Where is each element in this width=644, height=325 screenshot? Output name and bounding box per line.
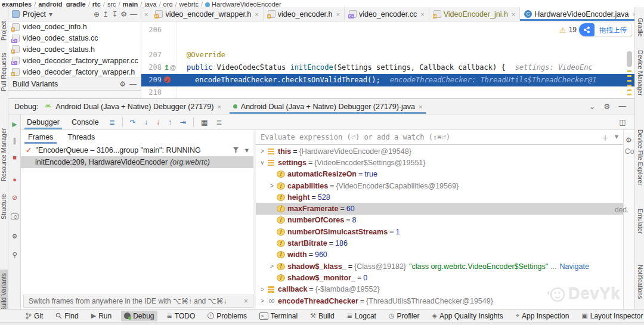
gear-icon[interactable]: ⚙: [603, 102, 610, 111]
add-watch-icon[interactable]: ＋: [602, 132, 609, 143]
tab-console[interactable]: Console: [66, 114, 105, 129]
share-upload-icon[interactable]: [579, 23, 595, 36]
force-step-into-button[interactable]: ↓: [156, 118, 160, 126]
toolwindow-run[interactable]: ▶Run: [88, 311, 114, 321]
close-icon[interactable]: ×: [512, 11, 515, 18]
step-out-button[interactable]: ↑: [168, 118, 172, 126]
upload-widget[interactable]: 拖拽上传: [579, 23, 631, 36]
breadcrumb-seg[interactable]: java: [144, 1, 156, 7]
sidebar-item-device-manager[interactable]: Device Manager: [636, 50, 644, 104]
locate-icon[interactable]: ⊕: [94, 10, 100, 18]
breadcrumb-seg[interactable]: examples: [2, 1, 32, 7]
breadcrumb-seg[interactable]: org: [163, 1, 173, 7]
breadcrumb-seg[interactable]: webrtc: [179, 1, 199, 7]
list-item[interactable]: Hvideo_decoder_factory_wrapper.h: [8, 66, 141, 78]
close-icon[interactable]: ×: [420, 11, 424, 18]
breadcrumb-seg[interactable]: main: [123, 1, 138, 7]
sidebar-item-device-file-explorer[interactable]: Device File Explorer: [636, 129, 644, 202]
debug-session-tab-native[interactable]: Android Dual (Java + Native) Debugger (2…: [38, 99, 227, 114]
toolwindow-debug[interactable]: Debug: [121, 311, 157, 321]
hide-panel-icon[interactable]: —: [129, 80, 137, 88]
stop-button[interactable]: ■: [8, 154, 21, 161]
chevron-down-icon[interactable]: ▾: [615, 132, 618, 143]
step-into-button[interactable]: ↓: [144, 118, 148, 126]
resume-button[interactable]: ▶: [8, 120, 21, 128]
tab-video-encoder-cc[interactable]: C+video_encoder.cc×: [345, 7, 429, 21]
view-breakpoints-button[interactable]: ●: [8, 176, 21, 183]
variable-row-shadow-klass[interactable]: >fshadow$_klass_={Class@19182}"class org…: [256, 261, 623, 272]
thread-selector[interactable]: ✓ "EncoderQueue – 3106...group "main": R…: [21, 144, 253, 156]
run-to-cursor-button[interactable]: ⇥: [180, 118, 186, 126]
stack-frame-row[interactable]: initEncode:209, HardwareVideoEncoder(org…: [21, 156, 253, 168]
breadcrumb-seg[interactable]: src: [107, 1, 116, 7]
close-icon[interactable]: ×: [255, 11, 258, 18]
breadcrumb-seg[interactable]: rtc: [92, 1, 101, 7]
list-item[interactable]: C+video_codec_status.cc: [8, 33, 141, 44]
mute-renderers-icon[interactable]: ≣: [216, 118, 222, 126]
toolwindow-problems[interactable]: !Problems: [205, 311, 250, 321]
sidebar-item-gradle[interactable]: Gradle: [636, 18, 644, 45]
project-panel-title[interactable]: Project: [23, 10, 46, 18]
upload-label[interactable]: 拖拽上传: [595, 25, 631, 35]
tab-debugger[interactable]: Debugger: [21, 114, 66, 129]
toolwindow-git[interactable]: Git: [23, 311, 46, 321]
sidebar-item-pull-requests[interactable]: Pull Requests: [0, 49, 8, 95]
variable-row-capabilities[interactable]: >fcapabilities={VideoEncoder$Capabilitie…: [256, 180, 623, 191]
close-icon[interactable]: ×: [336, 11, 339, 18]
sidebar-item-resource-manager[interactable]: Resource Manager: [0, 123, 8, 185]
evaluate-expression-button[interactable]: ▦: [201, 118, 208, 126]
variable-row-startBitrate[interactable]: fstartBitrate=186: [256, 237, 623, 249]
toolwindow-profiler[interactable]: ◷Profiler: [386, 311, 423, 321]
tab-videoencoder-jni-h[interactable]: HVideoEncoder_jni.h×: [429, 7, 521, 21]
sidebar-item-emulator[interactable]: Emulator: [636, 209, 644, 244]
evaluate-expression-bar[interactable]: Evaluate expression (⏎) or add a watch (…: [256, 130, 623, 145]
sidebar-item-notifications[interactable]: Notifications: [636, 265, 644, 315]
hide-panel-icon[interactable]: —: [619, 102, 627, 111]
pause-button[interactable]: ∥: [8, 137, 21, 145]
sidebar-item-build-variants[interactable]: Build Variants: [0, 270, 8, 315]
variable-row-automaticResizeOn[interactable]: fautomaticResizeOn=true: [256, 169, 623, 180]
step-over-button[interactable]: ↷: [130, 118, 136, 126]
layout-options-icon[interactable]: ≣: [109, 118, 115, 126]
list-item[interactable]: Hvideo_codec_info.h: [8, 21, 141, 33]
tab-video-encoder-wrapper-h[interactable]: Hvideo_encoder_wrapper.h×: [151, 7, 263, 21]
close-icon[interactable]: ×: [419, 103, 422, 110]
thread-dump-camera-button[interactable]: [8, 213, 21, 221]
overrides-gutter-icon[interactable]: ↥: [164, 64, 169, 71]
collapse-all-icon[interactable]: ↧: [112, 10, 117, 18]
tab-hardwarevideoencoder-java[interactable]: CHardwareVideoEncoder.java×: [520, 7, 634, 21]
close-icon[interactable]: ×: [244, 297, 248, 305]
hide-panel-icon[interactable]: —: [130, 10, 137, 18]
editor-scrollbar[interactable]: [627, 51, 632, 67]
layout-settings-icon[interactable]: ◫: [619, 117, 626, 126]
toolwindow-app-quality-insights[interactable]: ◈App Quality Insights: [429, 311, 506, 321]
tab-video-encoder-h[interactable]: Hvideo_encoder.h×: [264, 7, 345, 21]
variable-row-numberOfSimulcastStreams[interactable]: fnumberOfSimulcastStreams=1: [256, 226, 623, 237]
breadcrumb-seg[interactable]: HardwareVideoEncoder: [212, 1, 281, 7]
toolwindow-app-inspection[interactable]: ⌖App Inspection: [513, 311, 572, 321]
debug-session-tab-java[interactable]: Android Dual (Java + Native) Debugger (2…: [227, 99, 429, 114]
variable-row-width[interactable]: fwidth=960: [256, 249, 623, 261]
gear-icon[interactable]: ⚙: [120, 10, 127, 18]
chevron-down-icon[interactable]: ▾: [49, 10, 52, 18]
variable-row-settings[interactable]: ∨settings={VideoEncoder$Settings@19551}: [256, 157, 623, 168]
warning-count[interactable]: 19: [569, 26, 577, 34]
list-item[interactable]: Hvideo_codec_status.h: [8, 44, 141, 55]
variable-row-height[interactable]: fheight=528: [256, 191, 623, 203]
toolwindow-build[interactable]: ⚒Build: [307, 311, 338, 321]
tab-threads[interactable]: Threads: [60, 130, 102, 144]
gear-icon[interactable]: ⚙: [119, 80, 126, 88]
breadcrumb-seg[interactable]: android_gradle: [38, 1, 85, 7]
warning-icon[interactable]: ⚠: [559, 26, 566, 35]
close-icon[interactable]: ×: [217, 103, 221, 110]
chevron-down-icon[interactable]: ▾: [245, 146, 249, 154]
variable-row-this[interactable]: >this={HardwareVideoEncoder@19548}: [256, 146, 623, 157]
breadcrumb[interactable]: examples/android_gradle/rtc/src/main/jav…: [0, 0, 644, 7]
variable-row-maxFramerate[interactable]: fmaxFramerate=60: [256, 203, 623, 214]
sidebar-item-structure[interactable]: Structure: [0, 190, 8, 224]
pin-button[interactable]: ⚲: [8, 251, 21, 259]
toolwindow-layout-inspector[interactable]: ▣Layout Inspector: [578, 311, 644, 321]
sidebar-item-project[interactable]: Project: [0, 17, 8, 45]
variable-row-shadow-monitor[interactable]: fshadow$_monitor_=0: [256, 272, 623, 283]
navigate-link[interactable]: Navigate: [560, 262, 589, 271]
